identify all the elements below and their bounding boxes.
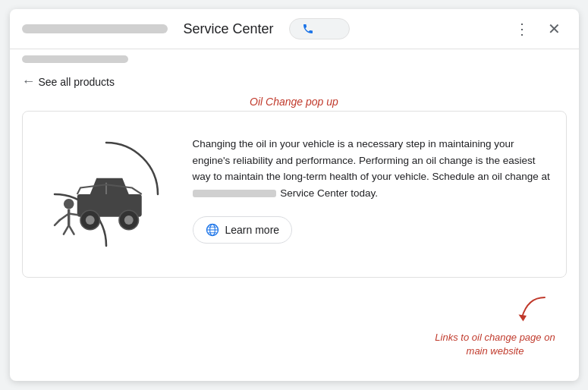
- text-content-area: Changing the oil in your vehicle is a ne…: [193, 130, 551, 244]
- arrow-icon: [511, 290, 556, 328]
- description-suffix: Service Center today.: [280, 187, 378, 199]
- logo-redacted: [22, 24, 168, 33]
- bottom-annotation-text: Links to oil change page on main website: [435, 331, 556, 358]
- svg-line-12: [55, 220, 60, 225]
- sub-logo-redacted: [22, 55, 128, 63]
- car-svg: [42, 130, 171, 259]
- panel-header: Service Center ⋮ ✕: [10, 9, 579, 49]
- description-text: Changing the oil in your vehicle is a ne…: [193, 136, 551, 201]
- svg-point-2: [85, 215, 94, 225]
- learn-more-label: Learn more: [225, 224, 280, 236]
- description-part1: Changing the oil in your vehicle is a ne…: [193, 138, 550, 182]
- panel-title: Service Center: [183, 21, 273, 37]
- back-arrow-icon: ←: [22, 74, 36, 90]
- close-button[interactable]: ✕: [542, 17, 567, 41]
- svg-line-10: [63, 225, 68, 234]
- sub-header: [10, 49, 579, 69]
- svg-point-6: [63, 199, 74, 209]
- navigation-bar: ← See all products: [10, 69, 579, 96]
- phone-button[interactable]: [289, 18, 350, 39]
- content-card: Changing the oil in your vehicle is a ne…: [22, 111, 567, 278]
- svg-point-4: [124, 215, 133, 225]
- service-center-panel: Service Center ⋮ ✕ ← See all products Oi…: [10, 9, 579, 381]
- phone-icon: [302, 23, 314, 35]
- globe-icon: [206, 223, 219, 237]
- bottom-annotation-area: Links to oil change page on main website: [10, 290, 579, 366]
- popup-annotation-row: Oil Change pop up: [10, 96, 579, 108]
- car-illustration: [38, 130, 175, 259]
- popup-annotation-title: Oil Change pop up: [250, 96, 338, 108]
- svg-line-8: [59, 214, 68, 221]
- svg-line-9: [68, 214, 77, 215]
- learn-more-button[interactable]: Learn more: [193, 216, 293, 244]
- more-button[interactable]: ⋮: [508, 17, 536, 41]
- arrow-annotation: Links to oil change page on main website: [435, 290, 556, 358]
- svg-marker-18: [518, 315, 527, 322]
- see-all-products-link[interactable]: See all products: [39, 76, 115, 88]
- svg-line-11: [68, 225, 74, 234]
- redacted-business-name: [193, 190, 276, 197]
